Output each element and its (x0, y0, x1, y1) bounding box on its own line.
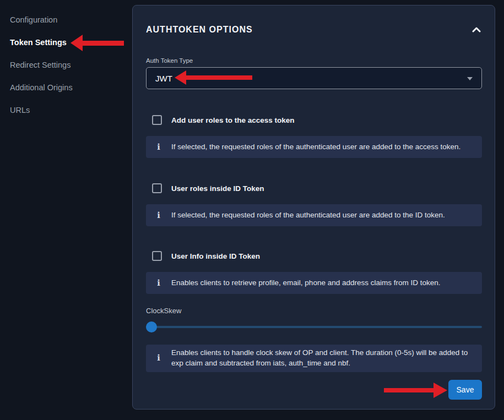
slider-thumb[interactable] (146, 321, 157, 332)
sidebar-item-token-settings[interactable]: Token Settings (10, 38, 132, 47)
id-token-roles-checkbox[interactable] (152, 183, 162, 193)
info-box-clockskew: ℹ Enables clients to handle clock skew o… (146, 345, 482, 372)
chevron-up-icon (472, 27, 481, 32)
info-text: If selected, the requested roles of the … (171, 210, 445, 221)
info-text: Enables clients to handle clock skew of … (171, 348, 474, 369)
chevron-down-icon (467, 77, 473, 80)
user-info-checkbox[interactable] (152, 251, 162, 261)
checkbox-label: User Info inside ID Token (171, 252, 260, 260)
access-token-roles-checkbox[interactable] (152, 115, 162, 125)
info-icon: ℹ (146, 211, 171, 220)
info-box-user-info: ℹ Enables clients to retrieve profile, e… (146, 272, 482, 294)
info-text: If selected, the requested roles of the … (171, 142, 460, 152)
info-icon: ℹ (146, 279, 171, 287)
info-box-access-token-roles: ℹ If selected, the requested roles of th… (146, 136, 482, 158)
info-icon: ℹ (146, 143, 171, 151)
option-row-access-token-roles: Add user roles to the access token (152, 115, 482, 125)
info-box-id-token-roles: ℹ If selected, the requested roles of th… (146, 204, 482, 226)
checkbox-label: Add user roles to the access token (171, 116, 295, 124)
sidebar-item-configuration[interactable]: Configuration (10, 15, 132, 24)
sidebar-item-urls[interactable]: URLs (10, 106, 132, 114)
option-row-id-token-roles: User roles inside ID Token (152, 183, 482, 193)
collapse-section-button[interactable] (471, 26, 482, 34)
auth-token-type-label: Auth Token Type (146, 57, 482, 64)
auth-token-type-select[interactable]: JWT (146, 67, 482, 89)
checkbox-label: User roles inside ID Token (171, 184, 264, 193)
option-row-user-info: User Info inside ID Token (152, 251, 482, 261)
sidebar-item-additional-origins[interactable]: Additional Origins (10, 83, 132, 92)
authtoken-options-panel: AUTHTOKEN OPTIONS Auth Token Type JWT Ad… (132, 5, 495, 410)
slider-track[interactable] (146, 326, 482, 328)
clockskew-slider[interactable] (146, 321, 482, 332)
info-icon: ℹ (146, 354, 171, 362)
settings-sidebar: Configuration Token Settings Redirect Se… (0, 0, 132, 420)
panel-title: AUTHTOKEN OPTIONS (146, 25, 253, 35)
save-row: Save (146, 380, 482, 400)
clockskew-label: ClockSkew (146, 307, 482, 314)
info-text: Enables clients to retrieve profile, ema… (171, 278, 441, 288)
auth-token-type-value: JWT (155, 74, 172, 83)
save-button[interactable]: Save (448, 380, 482, 400)
sidebar-item-redirect-settings[interactable]: Redirect Settings (10, 61, 132, 69)
panel-header: AUTHTOKEN OPTIONS (146, 24, 482, 35)
